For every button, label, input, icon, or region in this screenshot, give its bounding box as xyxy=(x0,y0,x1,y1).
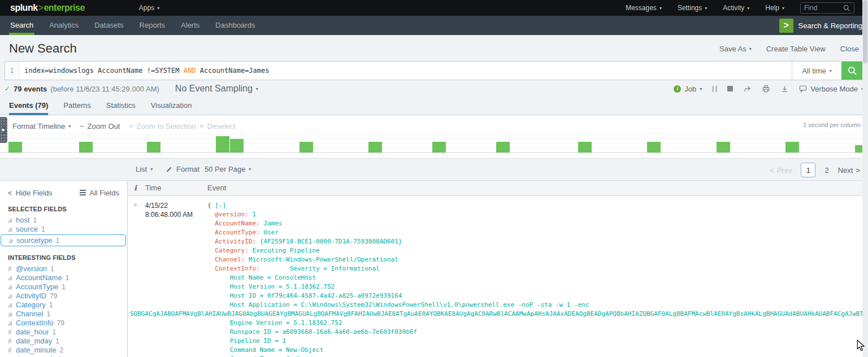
field-count: 1 xyxy=(53,328,57,337)
tab-visualization[interactable]: Visualization xyxy=(151,97,192,115)
current-app[interactable]: > Search & Reporting xyxy=(779,19,862,33)
expand-event-toggle[interactable]: > xyxy=(133,201,137,208)
job-controls: i Job▾ Verbose Mode▾ xyxy=(674,85,863,93)
timeline-bar[interactable] xyxy=(432,142,446,153)
json-value: Host Name = ConsoleHost xyxy=(230,274,316,281)
field-date_month[interactable]: adate_month1 xyxy=(0,355,127,357)
event-sampling-menu[interactable]: No Event Sampling▾ xyxy=(175,84,258,94)
hide-fields-link[interactable]: <Hide Fields xyxy=(8,189,53,197)
format-timeline-menu[interactable]: Format Timeline▾ xyxy=(12,122,71,130)
timeline-bar[interactable] xyxy=(578,142,592,153)
close-button[interactable]: Close xyxy=(840,45,859,53)
nav-item-search[interactable]: Search xyxy=(9,16,34,35)
page-1[interactable]: 1 xyxy=(801,163,815,177)
event-timestamp: 4/15/22 8:06:48.000 AM xyxy=(145,201,193,219)
share-job-button[interactable] xyxy=(743,85,752,93)
job-menu[interactable]: i Job▾ xyxy=(674,85,702,93)
field-date_minute[interactable]: #date_minute2 xyxy=(0,346,127,355)
format-results-button[interactable]: Format xyxy=(166,165,199,173)
caret-down-icon: ▾ xyxy=(782,6,784,11)
field-ActivityID[interactable]: aActivityID79 xyxy=(0,291,127,301)
search-query-input[interactable]: index=windowslogs AccountName !=SYSTEM A… xyxy=(19,62,792,80)
nav-item-reports[interactable]: Reports xyxy=(138,16,167,35)
logo-gt-icon: > xyxy=(38,3,44,13)
event-time: 8:06:48.000 AM xyxy=(145,210,193,219)
create-table-view-button[interactable]: Create Table View xyxy=(766,45,826,53)
field-source[interactable]: asource1 xyxy=(0,225,127,234)
prev-page-button[interactable]: <Prev xyxy=(770,166,792,175)
menu-activity[interactable]: Activity▾ xyxy=(723,4,749,12)
field-host[interactable]: ahost1 xyxy=(0,216,127,225)
splunk-logo: splunk>enterprise xyxy=(10,3,85,13)
event-line: Host ID = 0f79c464-4587-4a42-a825-a0972e… xyxy=(207,291,868,301)
caret-down-icon: ▾ xyxy=(256,86,258,92)
timeline-bar[interactable] xyxy=(647,142,661,153)
apps-menu[interactable]: Apps▾ xyxy=(139,4,159,12)
timeline-bar[interactable] xyxy=(79,142,93,153)
timeline-bar[interactable] xyxy=(717,142,730,153)
field-Channel[interactable]: aChannel1 xyxy=(0,310,127,319)
field-date_hour[interactable]: #date_hour1 xyxy=(0,328,127,337)
time-range-picker[interactable]: All time▾ xyxy=(792,62,841,80)
timeline-bar[interactable] xyxy=(230,139,244,153)
vertical-scrollbar[interactable] xyxy=(862,0,868,357)
tab-patterns[interactable]: Patterns xyxy=(63,97,90,115)
timeline-bar[interactable] xyxy=(216,136,229,153)
timeline-bar[interactable] xyxy=(785,142,799,153)
per-page-menu[interactable]: 50 Per Page▾ xyxy=(205,165,251,173)
tab-events-79[interactable]: Events (79) xyxy=(9,97,48,115)
timeline-bar[interactable] xyxy=(8,142,22,153)
save-as-button[interactable]: Save As▾ xyxy=(719,45,752,53)
menu-label: Settings xyxy=(678,4,702,12)
json-value: Host Version = 5.1.18362.752 xyxy=(230,283,335,290)
search-mode-menu[interactable]: Verbose Mode▾ xyxy=(799,85,863,93)
field-type-icon: a xyxy=(8,310,12,319)
scrollbar-thumb[interactable] xyxy=(863,0,867,63)
next-page-button[interactable]: Next> xyxy=(838,166,860,175)
pause-job-button[interactable] xyxy=(712,86,717,92)
timeline-bar[interactable] xyxy=(496,142,510,153)
timeline-collapse-handle[interactable]: ▶ xyxy=(0,117,7,143)
nav-item-datasets[interactable]: Datasets xyxy=(93,16,124,35)
nav-item-analytics[interactable]: Analytics xyxy=(48,16,80,35)
json-collapse-toggle[interactable]: [-] xyxy=(215,202,226,209)
stop-job-button[interactable] xyxy=(727,86,733,92)
nav-item-dashboards[interactable]: Dashboards xyxy=(214,16,256,35)
app-nav-bar: SearchAnalyticsDatasetsReportsAlertsDash… xyxy=(0,16,868,35)
export-job-button[interactable] xyxy=(780,85,789,93)
print-job-button[interactable] xyxy=(762,85,770,93)
menu-help[interactable]: Help▾ xyxy=(765,4,784,12)
event-line: AccountType: User xyxy=(207,228,868,237)
field-sourcetype[interactable]: asourcetype1 xyxy=(1,234,126,246)
timeline-bar[interactable] xyxy=(147,142,160,153)
json-value: Engine Version = 5.1.18362.752 xyxy=(230,319,342,326)
field-type-icon: a xyxy=(8,319,12,328)
menu-messages[interactable]: Messages▾ xyxy=(626,4,662,12)
timeline-bar[interactable] xyxy=(300,142,313,153)
field-date_mday[interactable]: #date_mday1 xyxy=(0,337,127,346)
field-Category[interactable]: aCategory1 xyxy=(0,301,127,310)
find-input[interactable]: Find xyxy=(800,2,854,14)
event-line: { [-] xyxy=(207,201,868,210)
zoom-out-button[interactable]: −Zoom Out xyxy=(80,122,120,130)
field-version[interactable]: #@version1 xyxy=(0,264,127,273)
list-view-menu[interactable]: List▾ xyxy=(136,165,153,173)
interesting-fields-header: INTERESTING FIELDS xyxy=(8,254,127,261)
search-button[interactable] xyxy=(841,62,863,80)
zoom-to-selection-button[interactable]: +Zoom to Selection xyxy=(129,122,196,130)
tab-statistics[interactable]: Statistics xyxy=(106,97,136,115)
field-ContextInfo[interactable]: aContextInfo79 xyxy=(0,319,127,328)
menu-settings[interactable]: Settings▾ xyxy=(678,4,707,12)
page-2[interactable]: 2 xyxy=(824,166,828,175)
time-column-header: Time xyxy=(145,184,161,192)
deselect-button[interactable]: ×Deselect xyxy=(199,122,236,130)
all-fields-link[interactable]: All Fields xyxy=(80,189,119,197)
timeline-bar[interactable] xyxy=(368,142,382,153)
nav-item-alerts[interactable]: Alerts xyxy=(180,16,201,35)
json-brace: { xyxy=(207,202,215,209)
minus-icon: − xyxy=(80,122,84,130)
json-key: Category: xyxy=(215,247,249,254)
field-AccountName[interactable]: aAccountName1 xyxy=(0,273,127,282)
event-raw-json: { [-] @version: 1 AccountName: James Acc… xyxy=(207,201,868,357)
field-AccountType[interactable]: aAccountType1 xyxy=(0,282,127,291)
